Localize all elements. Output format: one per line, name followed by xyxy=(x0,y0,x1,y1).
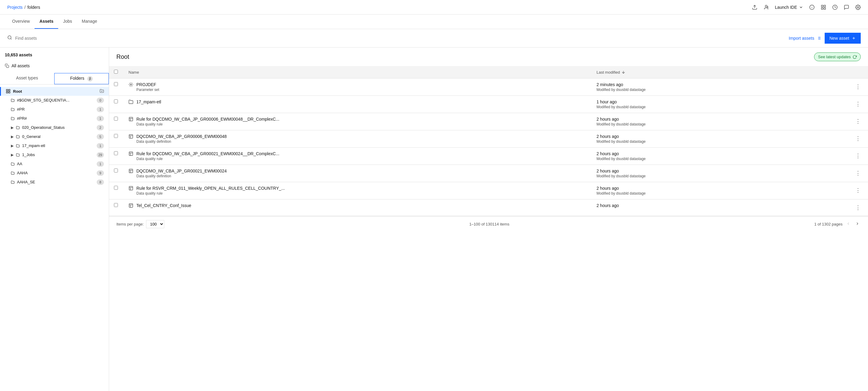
prev-page-button[interactable] xyxy=(845,220,851,228)
row-checkbox[interactable] xyxy=(114,82,118,86)
modified-time: 2 hours ago xyxy=(596,134,843,139)
asset-name: Tel_Cel_CNTRY_Conf_Issue xyxy=(136,203,191,208)
toolbar: Import assets New asset xyxy=(0,29,868,48)
modified-by: Modified by dsusbld datastage xyxy=(596,105,843,109)
page-info: 1 of 1302 pages xyxy=(814,222,842,227)
tab-manage[interactable]: Manage xyxy=(77,14,102,29)
search-input[interactable] xyxy=(15,36,189,40)
items-per-page: Items per page: 100 50 25 xyxy=(116,220,164,228)
asset-options-button[interactable]: ⋮ xyxy=(853,169,863,178)
svg-point-13 xyxy=(8,36,11,39)
folder-item[interactable]: AA 1 xyxy=(0,159,109,169)
asset-options-button[interactable]: ⋮ xyxy=(853,134,863,143)
folder-item[interactable]: ▶ 020_Operational_Status 2 xyxy=(0,123,109,132)
row-checkbox[interactable] xyxy=(114,169,118,173)
breadcrumb-projects[interactable]: Projects xyxy=(7,5,23,10)
row-checkbox[interactable] xyxy=(114,186,118,190)
asset-options-button[interactable]: ⋮ xyxy=(853,117,863,126)
folder-item[interactable]: #$GDW_STG_SEQUENTIA... 0 xyxy=(0,96,109,105)
row-checkbox[interactable] xyxy=(114,99,118,103)
table-row: Tel_Cel_CNTRY_Conf_Issue 2 hours ago ⋮ xyxy=(109,200,868,216)
folder-item[interactable]: ▶ 0_General 5 xyxy=(0,132,109,141)
asset-options-button[interactable]: ⋮ xyxy=(853,186,863,195)
modified-time: 1 hour ago xyxy=(596,99,843,104)
tab-overview[interactable]: Overview xyxy=(7,14,35,29)
asset-type: Data quality rule xyxy=(136,191,285,196)
modified-by: Modified by dsusbld datastage xyxy=(596,157,843,161)
asset-options-button[interactable]: ⋮ xyxy=(853,203,863,212)
modified-by: Modified by dsusbld datastage xyxy=(596,88,843,92)
folder-icon xyxy=(16,144,20,148)
asset-options-button[interactable]: ⋮ xyxy=(853,151,863,160)
see-latest-updates-button[interactable]: See latest updates xyxy=(814,53,861,61)
folder-icon xyxy=(11,171,14,175)
next-page-button[interactable] xyxy=(854,220,861,228)
table-row: DQCDMO_IW_CBA_JP_GR00021_EWM00024 Data q… xyxy=(109,165,868,182)
svg-rect-38 xyxy=(129,152,133,155)
asset-type-icon xyxy=(128,203,133,209)
tab-jobs[interactable]: Jobs xyxy=(58,14,77,29)
asset-name: DQCDMO_IW_CBA_JP_GR00006_EWM00048 xyxy=(136,134,227,139)
asset-type: Data quality definition xyxy=(136,174,227,178)
svg-rect-9 xyxy=(824,7,826,9)
svg-rect-10 xyxy=(821,7,823,9)
upload-icon-btn[interactable] xyxy=(752,4,757,10)
history-icon-btn[interactable] xyxy=(832,4,838,10)
asset-type-icon xyxy=(128,117,133,123)
sidebar-tab-folders[interactable]: Folders β xyxy=(54,73,109,84)
pagination: 1 of 1302 pages xyxy=(814,220,861,228)
layout-icon-btn[interactable] xyxy=(821,4,826,10)
asset-type-icon xyxy=(128,82,133,88)
folder-item[interactable]: AAHA_SE 8 xyxy=(0,178,109,187)
asset-type-icon xyxy=(128,186,133,192)
new-asset-button[interactable]: New asset xyxy=(825,33,861,43)
add-folder-icon-btn[interactable] xyxy=(100,89,104,94)
asset-type: Data quality definition xyxy=(136,140,227,144)
sidebar: 10,653 assets All assets Asset types Fol… xyxy=(0,48,109,391)
info-icon-btn[interactable] xyxy=(809,4,815,10)
modified-by: Modified by dsusbld datastage xyxy=(596,191,843,196)
folder-icon xyxy=(16,135,20,139)
asset-type: Data quality rule xyxy=(136,157,279,161)
svg-line-14 xyxy=(10,38,11,39)
row-checkbox[interactable] xyxy=(114,134,118,138)
svg-rect-23 xyxy=(6,65,9,68)
folder-item[interactable]: AAHA 9 xyxy=(0,169,109,178)
asset-options-button[interactable]: ⋮ xyxy=(853,99,863,109)
launch-ide-button[interactable]: Launch IDE xyxy=(775,5,803,10)
folder-root[interactable]: Root xyxy=(0,87,109,96)
settings-icon-btn[interactable] xyxy=(855,4,861,10)
folder-item[interactable]: #PR 1 xyxy=(0,105,109,114)
top-nav: Projects / folders Launch IDE xyxy=(0,0,868,14)
chevron-left-icon xyxy=(846,221,850,226)
search-icon xyxy=(7,35,12,41)
folder-item[interactable]: #PR# 1 xyxy=(0,114,109,123)
row-checkbox[interactable] xyxy=(114,151,118,155)
modified-by: Modified by dsusbld datastage xyxy=(596,122,843,126)
asset-type-icon xyxy=(128,151,133,157)
tab-bar: Overview Assets Jobs Manage xyxy=(0,14,868,29)
row-checkbox[interactable] xyxy=(114,203,118,207)
sidebar-tab-asset-types[interactable]: Asset types xyxy=(0,73,54,84)
modified-by: Modified by dsusbld datastage xyxy=(596,140,843,144)
chat-icon-btn[interactable] xyxy=(844,4,849,10)
all-assets-link[interactable]: All assets xyxy=(0,61,109,71)
asset-type: Data quality rule xyxy=(136,122,279,126)
sidebar-tabs: Asset types Folders β xyxy=(0,73,109,85)
svg-rect-26 xyxy=(8,92,10,93)
per-page-select[interactable]: 100 50 25 xyxy=(146,220,164,228)
asset-options-button[interactable]: ⋮ xyxy=(853,82,863,91)
folder-icon xyxy=(11,98,14,102)
expand-icon: ▶ xyxy=(11,134,13,139)
folder-item[interactable]: ▶ 1_Jobs 29 xyxy=(0,150,109,159)
copy-icon xyxy=(5,64,9,68)
folder-item[interactable]: ▶ 17_mpam-etl 1 xyxy=(0,141,109,150)
row-checkbox[interactable] xyxy=(114,117,118,121)
tab-assets[interactable]: Assets xyxy=(35,14,58,29)
toolbar-right: Import assets New asset xyxy=(789,33,861,43)
select-all-checkbox[interactable] xyxy=(114,70,118,74)
svg-rect-24 xyxy=(6,89,8,91)
add-user-icon-btn[interactable] xyxy=(764,4,769,10)
import-assets-button[interactable]: Import assets xyxy=(789,36,821,40)
svg-rect-35 xyxy=(129,134,133,138)
